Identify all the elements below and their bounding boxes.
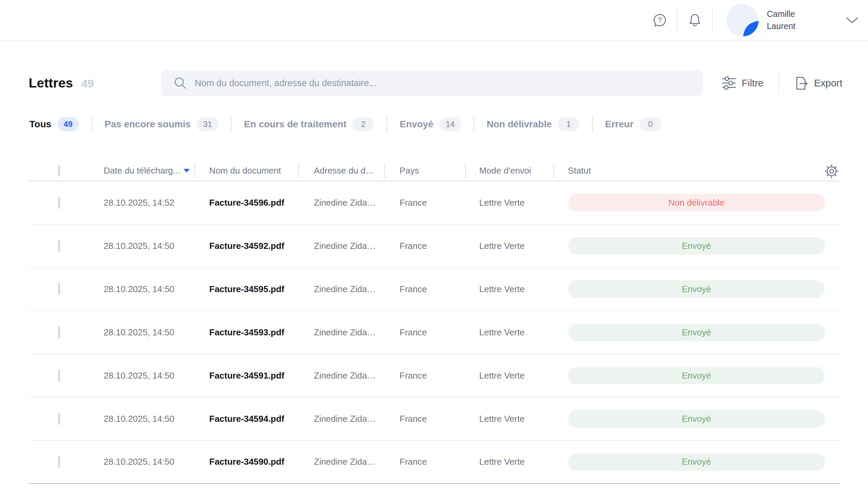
cell-country: France [400,198,479,208]
page-count: 49 [81,77,94,90]
title-row: Lettres 49 Filtre [29,70,847,96]
tab-label: Tous [29,119,51,130]
cell-mode: Lettre Verte [479,457,568,467]
status-badge: Non délivrable [568,194,825,211]
row-checkbox[interactable] [58,456,60,468]
cell-document-name: Facture-34596.pdf [209,198,314,208]
cell-date: 28.10.2025, 14:50 [104,284,209,294]
cell-mode: Lettre Verte [479,414,568,424]
svg-text:?: ? [658,16,662,24]
topbar-divider [712,7,713,33]
tab-erreur[interactable]: Erreur0 [605,117,661,131]
tab-divider [91,117,92,132]
gear-icon [823,163,840,179]
table-row[interactable]: 28.10.2025, 14:50 Facture-34594.pdf Zine… [29,397,840,441]
sort-desc-icon [184,169,190,173]
table-row[interactable]: 28.10.2025, 14:50 Facture-34592.pdf Zine… [29,225,840,268]
cell-document-name: Facture-34592.pdf [209,241,314,251]
cell-address: Zinedine Zida… [314,327,400,338]
status-badge: Envoyé [568,453,825,471]
select-all-checkbox[interactable] [58,165,60,176]
row-checkbox[interactable] [58,240,60,252]
tab-tous[interactable]: Tous49 [29,117,79,131]
cell-country: France [400,457,479,467]
cell-document-name: Facture-34591.pdf [209,370,314,381]
row-checkbox[interactable] [58,283,60,295]
tab-label: Envoyé [400,119,433,130]
tab-count-badge: 31 [197,117,218,131]
filter-button[interactable]: Filtre [722,76,763,90]
table-row[interactable]: 28.10.2025, 14:52 Facture-34596.pdf Zine… [29,181,840,225]
cell-document-name: Facture-34595.pdf [209,284,314,294]
bell-icon [687,12,703,28]
cell-address: Zinedine Zida… [314,198,400,208]
row-checkbox[interactable] [58,369,60,382]
table-settings-button[interactable] [823,163,840,179]
search-input[interactable] [195,78,703,88]
cell-date: 28.10.2025, 14:50 [104,370,209,381]
cell-date: 28.10.2025, 14:50 [104,457,209,467]
status-badge: Envoyé [568,324,825,341]
user-name: Camille Laurent [767,8,795,32]
table-row[interactable]: 28.10.2025, 14:50 Facture-34595.pdf Zine… [29,268,840,311]
tab-count-badge: 49 [57,117,79,131]
cell-document-name: Facture-34593.pdf [209,327,314,338]
cell-country: France [400,370,479,381]
tab-divider [386,117,387,132]
header-mode[interactable]: Mode d'envoi [479,165,568,176]
chevron-down-icon [845,17,859,24]
export-icon [794,76,809,91]
column-divider [194,164,195,178]
user-menu-button[interactable] [844,12,860,28]
column-divider [465,164,466,178]
tab-count-badge: 0 [640,117,661,131]
avatar[interactable] [726,4,759,36]
user-last-name: Laurent [767,20,795,32]
tab-divider [231,117,232,132]
header-country[interactable]: Pays [400,165,479,176]
cell-mode: Lettre Verte [479,241,568,251]
row-checkbox[interactable] [58,413,60,425]
tab-non-d-livrable[interactable]: Non délivrable1 [487,117,579,131]
cell-address: Zinedine Zida… [314,370,400,381]
notifications-button[interactable] [687,12,703,28]
table-row[interactable]: 28.10.2025, 14:50 Facture-34593.pdf Zine… [29,311,840,354]
tab-envoy-[interactable]: Envoyé14 [400,117,461,131]
export-button[interactable]: Export [794,76,842,91]
actions-divider [778,73,779,93]
cell-date: 28.10.2025, 14:50 [104,414,209,424]
header-status[interactable]: Statut [568,165,825,176]
cell-mode: Lettre Verte [479,370,568,381]
title-group: Lettres 49 [29,76,161,91]
search-bar[interactable] [161,70,703,96]
column-divider [384,164,385,178]
status-badge: Envoyé [568,280,825,298]
table-row[interactable]: 28.10.2025, 14:50 Facture-34590.pdf Zine… [29,441,840,484]
cell-address: Zinedine Zida… [314,284,400,294]
letters-table: Date du télécharg... Nom du document Adr… [29,160,840,484]
tab-count-badge: 2 [352,117,374,131]
row-checkbox[interactable] [58,326,60,338]
header-address[interactable]: Adresse du d… [314,165,400,176]
column-divider [298,164,299,178]
main-content: Lettres 49 Filtre [0,70,868,484]
tab-label: Erreur [605,119,633,130]
page-title: Lettres [29,76,73,91]
cell-country: France [400,241,479,251]
tab-label: Pas encore soumis [105,119,191,130]
tab-divider [592,117,593,132]
tab-pas-encore-soumis[interactable]: Pas encore soumis31 [105,117,218,131]
table-header-row: Date du télécharg... Nom du document Adr… [29,160,840,181]
cell-address: Zinedine Zida… [314,457,400,467]
help-button[interactable]: ? [652,12,668,28]
cell-mode: Lettre Verte [479,327,568,338]
cell-address: Zinedine Zida… [314,414,400,424]
table-row[interactable]: 28.10.2025, 14:50 Facture-34591.pdf Zine… [29,354,840,397]
status-badge: Envoyé [568,410,825,428]
header-date[interactable]: Date du télécharg... [104,165,209,176]
cell-country: France [400,414,479,424]
row-checkbox[interactable] [58,197,60,209]
tab-en-cours-de-traitement[interactable]: En cours de traitement2 [244,117,374,131]
status-tabs: Tous49Pas encore soumis31En cours de tra… [29,114,847,134]
filter-icon [722,76,736,90]
